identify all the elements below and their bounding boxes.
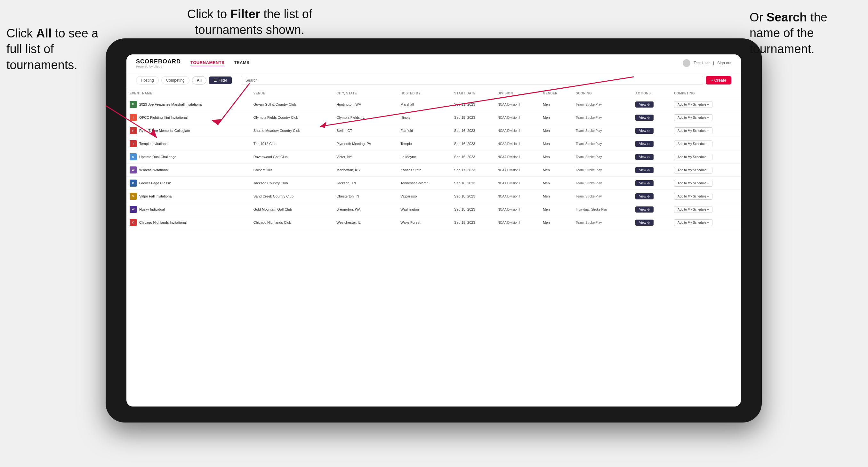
filter-icon: ☰ — [214, 78, 217, 83]
tab-hosting[interactable]: Hosting — [136, 76, 159, 85]
filter-label: Filter — [219, 78, 227, 83]
cell-actions-3: View ⊙ — [632, 137, 671, 150]
cell-hosted-by-4: Le Moyne — [397, 150, 451, 163]
view-button-1[interactable]: View ⊙ — [635, 115, 654, 121]
col-hosted-by: HOSTED BY — [397, 89, 451, 98]
cell-division-5: NCAA Division I — [495, 163, 540, 177]
col-city-state: CITY, STATE — [333, 89, 397, 98]
view-icon-3: ⊙ — [647, 142, 650, 146]
cell-gender-3: Men — [539, 137, 572, 150]
view-button-8[interactable]: View ⊙ — [635, 207, 654, 213]
school-icon-2: F — [130, 127, 137, 134]
cell-venue-2: Shuttle Meadow Country Club — [250, 124, 334, 137]
view-icon-8: ⊙ — [647, 208, 650, 211]
cell-venue-8: Gold Mountain Golf Club — [250, 203, 334, 216]
view-button-4[interactable]: View ⊙ — [635, 154, 654, 160]
cell-actions-1: View ⊙ — [632, 111, 671, 124]
cell-hosted-by-9: Wake Forest — [397, 216, 451, 229]
cell-start-date-9: Sep 18, 2023 — [451, 216, 495, 229]
cell-actions-8: View ⊙ — [632, 203, 671, 216]
search-input[interactable] — [241, 76, 704, 85]
event-name-text-9: Chicago Highlands Invitational — [139, 221, 187, 224]
add-schedule-button-5[interactable]: Add to My Schedule + — [674, 167, 712, 174]
create-button[interactable]: + Create — [706, 76, 731, 85]
cell-venue-1: Olympia Fields Country Club — [250, 111, 334, 124]
cell-city-state-9: Westchester, IL — [333, 216, 397, 229]
cell-hosted-by-0: Marshall — [397, 98, 451, 111]
school-icon-0: M — [130, 101, 137, 108]
cell-gender-6: Men — [539, 177, 572, 190]
table-row: W Wildcat Invitational Colbert Hills Man… — [126, 163, 741, 177]
tab-all[interactable]: All — [192, 76, 207, 85]
view-icon-6: ⊙ — [647, 182, 650, 185]
add-schedule-button-1[interactable]: Add to My Schedule + — [674, 114, 712, 121]
cell-competing-3: Add to My Schedule + — [671, 137, 741, 150]
cell-start-date-2: Sep 16, 2023 — [451, 124, 495, 137]
filter-button[interactable]: ☰ Filter — [209, 76, 232, 84]
cell-hosted-by-7: Valparaiso — [397, 190, 451, 203]
view-button-9[interactable]: View ⊙ — [635, 220, 654, 226]
nav-teams[interactable]: TEAMS — [234, 60, 249, 66]
cell-scoring-7: Team, Stroke Play — [572, 190, 632, 203]
cell-competing-6: Add to My Schedule + — [671, 177, 741, 190]
view-button-5[interactable]: View ⊙ — [635, 167, 654, 173]
view-icon-4: ⊙ — [647, 155, 650, 159]
toolbar: Hosting Competing All ☰ Filter + Create — [126, 72, 741, 89]
annotation-right: Or Search the name of the tournament. — [750, 9, 859, 57]
add-schedule-button-8[interactable]: Add to My Schedule + — [674, 206, 712, 213]
cell-scoring-4: Team, Stroke Play — [572, 150, 632, 163]
cell-actions-4: View ⊙ — [632, 150, 671, 163]
add-schedule-button-3[interactable]: Add to My Schedule + — [674, 141, 712, 147]
cell-event-name-4: U Upstate Dual Challenge — [126, 150, 250, 163]
cell-city-state-3: Plymouth Meeting, PA — [333, 137, 397, 150]
view-icon-2: ⊙ — [647, 129, 650, 132]
add-schedule-button-7[interactable]: Add to My Schedule + — [674, 193, 712, 200]
cell-hosted-by-6: Tennessee-Martin — [397, 177, 451, 190]
cell-division-0: NCAA Division I — [495, 98, 540, 111]
col-actions: ACTIONS — [632, 89, 671, 98]
view-button-0[interactable]: View ⊙ — [635, 101, 654, 107]
cell-start-date-6: Sep 18, 2023 — [451, 177, 495, 190]
cell-actions-7: View ⊙ — [632, 190, 671, 203]
cell-division-1: NCAA Division I — [495, 111, 540, 124]
cell-competing-5: Add to My Schedule + — [671, 163, 741, 177]
cell-scoring-5: Team, Stroke Play — [572, 163, 632, 177]
cell-scoring-8: Individual, Stroke Play — [572, 203, 632, 216]
add-schedule-button-4[interactable]: Add to My Schedule + — [674, 154, 712, 160]
nav-right: Test User | Sign out — [683, 59, 731, 67]
view-icon-0: ⊙ — [647, 103, 650, 106]
cell-division-7: NCAA Division I — [495, 190, 540, 203]
tab-competing[interactable]: Competing — [161, 76, 189, 85]
view-icon-1: ⊙ — [647, 116, 650, 119]
cell-start-date-5: Sep 17, 2023 — [451, 163, 495, 177]
view-icon-5: ⊙ — [647, 168, 650, 172]
event-name-text-4: Upstate Dual Challenge — [139, 155, 176, 159]
add-schedule-button-0[interactable]: Add to My Schedule + — [674, 101, 712, 108]
table-row: I OFCC Fighting Illini Invitational Olym… — [126, 111, 741, 124]
add-schedule-button-6[interactable]: Add to My Schedule + — [674, 180, 712, 187]
cell-gender-1: Men — [539, 111, 572, 124]
cell-actions-6: View ⊙ — [632, 177, 671, 190]
col-start-date: START DATE — [451, 89, 495, 98]
nav-links: TOURNAMENTS TEAMS — [190, 60, 683, 66]
cell-hosted-by-2: Fairfield — [397, 124, 451, 137]
view-button-2[interactable]: View ⊙ — [635, 128, 654, 134]
sign-out-link[interactable]: Sign out — [717, 61, 731, 65]
view-button-6[interactable]: View ⊙ — [635, 180, 654, 186]
cell-scoring-1: Team, Stroke Play — [572, 111, 632, 124]
annotation-top: Click to Filter the list of tournaments … — [169, 6, 330, 38]
view-button-7[interactable]: View ⊙ — [635, 193, 654, 199]
cell-venue-6: Jackson Country Club — [250, 177, 334, 190]
cell-scoring-2: Team, Stroke Play — [572, 124, 632, 137]
cell-city-state-6: Jackson, TN — [333, 177, 397, 190]
cell-gender-8: Men — [539, 203, 572, 216]
cell-venue-7: Sand Creek Country Club — [250, 190, 334, 203]
add-schedule-button-9[interactable]: Add to My Schedule + — [674, 219, 712, 226]
cell-gender-5: Men — [539, 163, 572, 177]
tablet-screen: SCOREBOARD Powered by clippd TOURNAMENTS… — [126, 54, 741, 406]
cell-actions-5: View ⊙ — [632, 163, 671, 177]
view-button-3[interactable]: View ⊙ — [635, 141, 654, 147]
col-gender: GENDER — [539, 89, 572, 98]
nav-tournaments[interactable]: TOURNAMENTS — [190, 60, 224, 66]
add-schedule-button-2[interactable]: Add to My Schedule + — [674, 127, 712, 134]
